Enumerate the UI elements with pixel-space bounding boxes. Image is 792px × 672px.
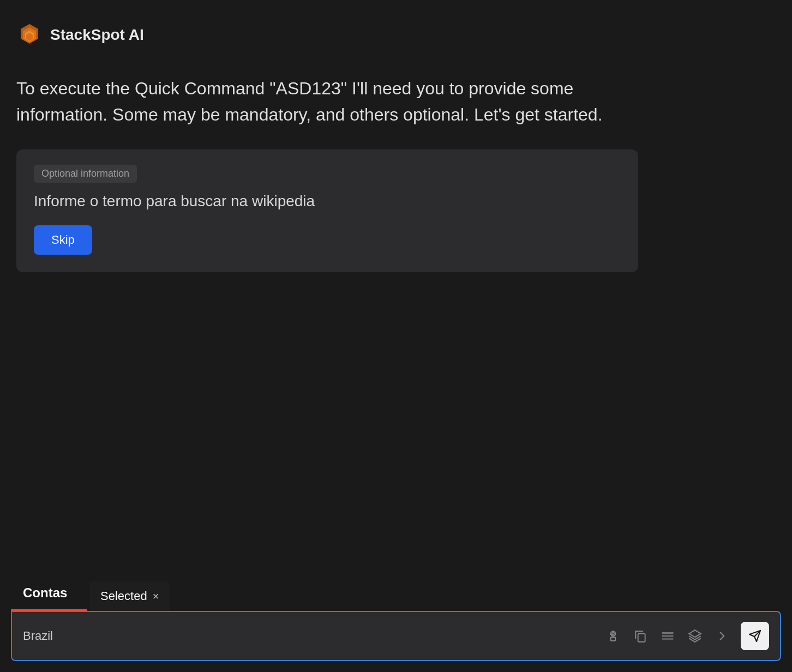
selected-close-icon[interactable]: × — [153, 590, 159, 603]
main-message: To execute the Quick Command "ASD123" I'… — [11, 75, 611, 128]
svg-point-7 — [612, 633, 614, 635]
contas-tooltip[interactable]: Contas — [11, 577, 87, 611]
chevron-right-icon[interactable] — [713, 627, 731, 645]
info-card: Optional information Informe o termo par… — [16, 149, 638, 272]
header: StackSpot AI — [11, 22, 781, 48]
tooltip-container: Contas Selected × — [0, 577, 792, 611]
page-container: StackSpot AI To execute the Quick Comman… — [0, 0, 792, 672]
copy-icon[interactable] — [632, 627, 649, 645]
layers-icon[interactable] — [686, 627, 704, 645]
svg-rect-8 — [638, 634, 645, 642]
send-button[interactable] — [741, 622, 769, 650]
agent-icon[interactable] — [604, 627, 622, 645]
input-bar — [11, 611, 781, 661]
skip-button[interactable]: Skip — [34, 225, 92, 255]
selected-label: Selected — [100, 589, 147, 603]
selected-tag: Selected × — [89, 581, 170, 611]
optional-badge: Optional information — [34, 165, 137, 183]
bottom-area: Contas Selected × — [0, 577, 792, 672]
svg-rect-5 — [611, 637, 616, 641]
app-title: StackSpot AI — [50, 26, 144, 44]
chat-input[interactable] — [23, 629, 596, 643]
toolbar-icons — [604, 622, 769, 650]
svg-marker-13 — [689, 630, 701, 637]
lines-icon[interactable] — [659, 627, 676, 645]
send-icon — [748, 629, 761, 643]
stackspot-logo-icon — [16, 22, 43, 48]
info-card-body: Informe o termo para buscar na wikipedia — [34, 193, 621, 210]
